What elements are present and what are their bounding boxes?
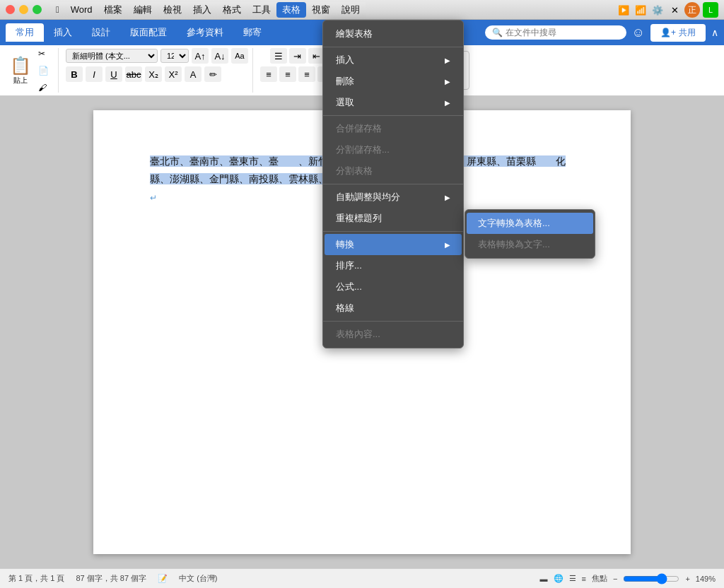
font-name-select[interactable]: 新細明體 (本文... — [66, 49, 158, 63]
font-aa-button[interactable]: Aa — [231, 48, 248, 64]
paste-label: 貼上 — [13, 76, 28, 86]
menu-formula[interactable]: 公式... — [325, 276, 462, 298]
wifi-icon[interactable]: 📶 — [634, 3, 648, 17]
separator-2 — [323, 115, 463, 116]
font-row2: B I U abc X₂ X² A ✏ — [66, 66, 221, 82]
font-grow-button[interactable]: A↑ — [192, 48, 209, 64]
menu-repeat-header[interactable]: 重複標題列 — [325, 208, 462, 229]
align-list-button[interactable]: ☰ — [270, 48, 287, 64]
menu-insert[interactable]: 插入 — [187, 2, 217, 18]
superscript-button[interactable]: X² — [165, 66, 182, 82]
menu-split-table: 分割表格 — [325, 160, 462, 182]
menu-word[interactable]: Word — [65, 3, 98, 16]
apple-menu[interactable]:  — [50, 3, 65, 16]
track-changes-icon[interactable]: 📝 — [158, 574, 168, 583]
media-icon[interactable]: ▶️ — [617, 3, 631, 17]
menu-gridlines[interactable]: 格線 — [325, 298, 462, 319]
clipboard-group: 📋 貼上 ✂ 📄 🖌 — [6, 48, 59, 93]
minimize-button[interactable] — [19, 5, 28, 14]
separator-4 — [323, 231, 463, 232]
submenu-arrow-insert: ▶ — [445, 57, 450, 64]
menu-insert-submenu[interactable]: 插入 ▶ — [325, 49, 462, 71]
tab-design[interactable]: 設計 — [82, 23, 120, 42]
view-outline-icon[interactable]: ☰ — [569, 574, 576, 583]
font-size-select[interactable]: 12 — [160, 49, 189, 63]
table-dropdown-menu: 繪製表格 插入 ▶ 刪除 ▶ 選取 ▶ 合併儲存格 分割儲存格... 分割表格 … — [322, 20, 464, 348]
close-icon[interactable]: ✕ — [667, 3, 682, 17]
separator-5 — [323, 321, 463, 322]
paste-icon: 📋 — [10, 56, 31, 76]
cut-button[interactable]: ✂ — [33, 46, 54, 61]
submenu-arrow-select: ▶ — [445, 99, 450, 107]
align-left-button[interactable]: ≡ — [260, 66, 277, 82]
menu-help[interactable]: 說明 — [336, 2, 366, 18]
tab-home[interactable]: 常用 — [6, 23, 44, 42]
menu-delete-submenu[interactable]: 刪除 ▶ — [325, 71, 462, 92]
tab-mailings[interactable]: 郵寄 — [233, 23, 272, 42]
smiley-icon[interactable]: ☺ — [632, 25, 645, 40]
zoom-in-button[interactable]: + — [685, 575, 689, 583]
view-draft-icon[interactable]: ≡ — [582, 575, 586, 583]
menu-view[interactable]: 檢視 — [158, 2, 187, 18]
status-bar: 第 1 頁，共 1 頁 87 個字，共 87 個字 📝 中文 (台灣) ▬ 🌐 … — [0, 568, 724, 588]
separator-3 — [323, 184, 463, 184]
bold-button[interactable]: B — [66, 66, 83, 82]
font-shrink-button[interactable]: A↓ — [211, 48, 228, 64]
menu-window[interactable]: 視窗 — [306, 2, 336, 18]
highlight-button[interactable]: ✏ — [204, 66, 221, 82]
menu-auto-fit-submenu[interactable]: 自動調整與均分 ▶ — [325, 187, 462, 208]
submenu-table-to-text: 表格轉換為文字... — [467, 234, 593, 255]
menu-table[interactable]: 表格 — [276, 2, 306, 18]
align-right-button[interactable]: ≡ — [298, 66, 315, 82]
language[interactable]: 中文 (台灣) — [179, 573, 217, 584]
window-controls — [6, 5, 42, 14]
menu-edit[interactable]: 編輯 — [128, 2, 158, 18]
close-button[interactable] — [6, 5, 15, 14]
italic-button[interactable]: I — [86, 66, 103, 82]
user-icon[interactable]: 正 — [684, 2, 700, 18]
font-color-button[interactable]: A — [185, 66, 202, 82]
zoom-level: 149% — [696, 575, 716, 583]
share-button[interactable]: 👤+ 共用 — [650, 24, 706, 42]
separator-1 — [323, 47, 463, 47]
format-painter-button[interactable]: 🖌 — [33, 80, 54, 95]
menu-convert-submenu[interactable]: 轉換 ▶ — [325, 234, 462, 255]
submenu-arrow-delete: ▶ — [445, 78, 450, 86]
view-normal-icon[interactable]: ▬ — [540, 575, 548, 583]
menu-draw-table[interactable]: 繪製表格 — [325, 23, 462, 45]
submenu-arrow-convert: ▶ — [445, 241, 450, 249]
submenu-text-to-table[interactable]: 文字轉換為表格... — [467, 213, 593, 234]
tab-references[interactable]: 參考資料 — [177, 23, 233, 42]
menu-format[interactable]: 格式 — [217, 2, 247, 18]
underline-button[interactable]: U — [105, 66, 122, 82]
submenu-arrow-autofit: ▶ — [445, 194, 450, 201]
collapse-ribbon-icon[interactable]: ∧ — [711, 27, 718, 38]
convert-submenu: 文字轉換為表格... 表格轉換為文字... — [465, 209, 595, 259]
title-bar-right: ▶️ 📶 ⚙️ ✕ 正 L — [617, 0, 718, 20]
maximize-button[interactable] — [33, 5, 42, 14]
settings-icon[interactable]: ⚙️ — [650, 3, 665, 17]
menu-sort[interactable]: 排序... — [325, 255, 462, 276]
search-input[interactable] — [506, 28, 612, 37]
tab-insert[interactable]: 插入 — [44, 23, 82, 42]
tab-layout[interactable]: 版面配置 — [120, 23, 177, 42]
line-icon[interactable]: L — [703, 2, 718, 18]
word-count: 87 個字，共 87 個字 — [76, 573, 146, 584]
zoom-slider[interactable] — [623, 573, 679, 584]
focus-icon[interactable]: 焦點 — [592, 573, 607, 584]
indent-button[interactable]: ⇥ — [289, 48, 306, 64]
zoom-out-button[interactable]: − — [613, 575, 617, 583]
share-person-icon: 👤+ — [660, 28, 676, 37]
menu-file[interactable]: 檔案 — [98, 2, 128, 18]
title-bar:  Word 檔案 編輯 檢視 插入 格式 工具 表格 視窗 說明 ▶️ 📶 ⚙… — [0, 0, 724, 20]
view-web-icon[interactable]: 🌐 — [554, 574, 564, 583]
clipboard-sub: ✂ 📄 🖌 — [33, 46, 54, 95]
align-center-button[interactable]: ≡ — [279, 66, 296, 82]
copy-button[interactable]: 📄 — [33, 63, 54, 78]
paste-button[interactable]: 📋 貼上 — [10, 56, 31, 86]
menu-select-submenu[interactable]: 選取 ▶ — [325, 92, 462, 113]
menu-tools[interactable]: 工具 — [247, 2, 276, 18]
subscript-button[interactable]: X₂ — [145, 66, 162, 82]
strikethrough-button[interactable]: abc — [125, 66, 142, 82]
menu-split-cells: 分割儲存格... — [325, 139, 462, 160]
